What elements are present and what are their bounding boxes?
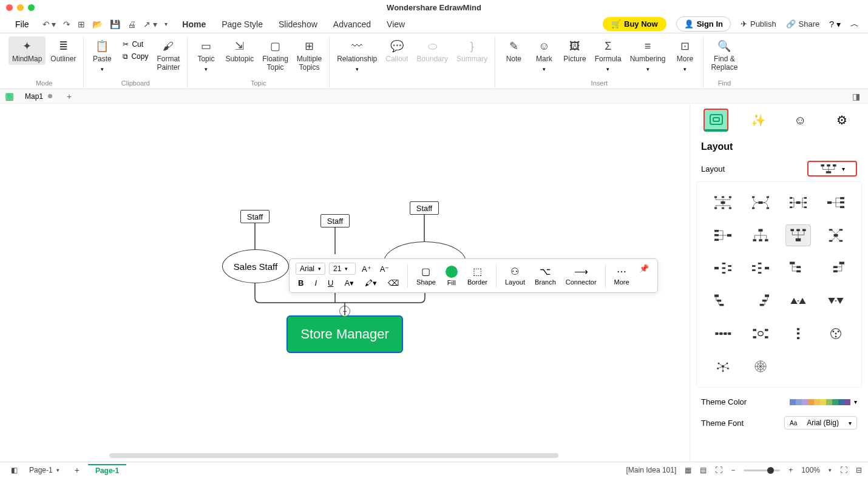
topic-button[interactable]: ▭ Topic ▾ [191,36,220,73]
font-size-select[interactable]: 21▾ [329,263,356,275]
layout-option-12[interactable] [823,257,849,279]
layout-option-19[interactable] [785,323,811,345]
collapse-ribbon-button[interactable]: ︿ [850,19,859,30]
panel-tab-layout[interactable] [704,109,728,132]
clear-format-button[interactable]: ⌫ [385,277,401,289]
maximize-window-button[interactable] [28,4,35,11]
layout-option-22[interactable] [748,355,773,377]
minimize-window-button[interactable] [17,4,24,11]
layout-option-15[interactable] [785,290,811,312]
callout-button[interactable]: 💬 Callout [382,36,412,65]
save-button[interactable]: 💾 [110,19,120,29]
node-staff-3[interactable]: Staff [410,201,439,215]
layout-option-16[interactable] [823,290,849,312]
view-mode-2[interactable]: ▤ [700,466,707,474]
open-button[interactable]: 📂 [92,19,103,29]
fit-button[interactable]: ⊟ [856,466,862,474]
format-painter-button[interactable]: 🖌 Format Painter [153,36,183,73]
panel-tab-settings[interactable]: ⚙ [830,109,855,132]
layout-option-10[interactable] [748,257,773,279]
view-mode-1[interactable]: ▦ [685,466,691,474]
mark-button[interactable]: ☺ Mark ▾ [529,36,558,73]
layout-option-17[interactable] [710,323,736,345]
buy-now-button[interactable]: 🛒 Buy Now [603,17,666,31]
print-button[interactable]: 🖨 [127,19,136,29]
bold-button[interactable]: B [296,277,306,289]
help-button[interactable]: ? ▾ [829,19,841,29]
layout-option-5[interactable] [710,224,736,246]
toggle-panel-button[interactable]: ◨ [849,92,863,101]
layout-option-18[interactable] [748,323,773,345]
layout-option-14[interactable] [748,290,773,312]
font-decrease-button[interactable]: A⁻ [378,263,392,275]
node-store-manager[interactable]: Store Manager [287,315,403,353]
layout-option-4[interactable] [823,192,849,214]
layout-option-6[interactable] [748,224,773,246]
tab-slideshow[interactable]: Slideshow [277,17,319,32]
panel-tab-icons[interactable]: ☺ [788,109,813,132]
ft-layout-button[interactable]: ⚇ Layout [503,264,527,287]
horizontal-scrollbar[interactable] [109,453,558,458]
boundary-button[interactable]: ⬭ Boundary [413,36,452,65]
zoom-out-button[interactable]: − [731,466,735,474]
add-tab-button[interactable]: + [63,92,75,101]
fill-button[interactable]: Fill [443,264,460,288]
shape-button[interactable]: ▢ Shape [414,264,438,287]
layout-option-13[interactable] [710,290,736,312]
undo-button[interactable]: ↶ ▾ [42,19,56,29]
tab-page-style[interactable]: Page Style [220,17,264,32]
italic-button[interactable]: I [312,277,319,289]
redo-button[interactable]: ↷ [63,19,70,29]
layout-option-11[interactable] [785,257,811,279]
close-window-button[interactable] [6,4,13,11]
summary-button[interactable]: } Summary [453,36,491,65]
font-color-button[interactable]: A▾ [342,277,356,289]
cut-button[interactable]: ✂ Cut [119,39,152,50]
layout-option-1[interactable] [710,192,736,214]
fullscreen-button[interactable]: ⛶ [840,466,847,474]
subtopic-button[interactable]: ⇲ Subtopic [222,36,257,65]
zoom-slider[interactable] [744,470,780,471]
branch-button[interactable]: ⌥ Branch [532,264,558,287]
add-page-button[interactable]: + [66,465,88,475]
highlight-button[interactable]: 🖍▾ [362,277,379,289]
numbering-button[interactable]: ≡ Numbering ▾ [626,36,670,73]
tab-home[interactable]: Home [181,17,207,32]
file-menu[interactable]: File [9,17,35,32]
qat-customize[interactable]: ▾ [164,21,168,27]
theme-font-select[interactable]: Aa Arial (Big) ▾ [784,416,857,429]
page-selector[interactable]: Page-1 ▾ [22,464,66,476]
mindmap-mode-button[interactable]: ✦ MindMap [8,36,46,65]
layout-option-2[interactable] [748,192,773,214]
more-insert-button[interactable]: ⊡ More ▾ [670,36,699,73]
page-tab-active[interactable]: Page-1 [88,464,126,476]
multiple-topics-button[interactable]: ⊞ Multiple Topics [293,36,325,73]
tab-view[interactable]: View [385,17,406,32]
canvas[interactable]: Staff Staff Staff Sales Staff Store Mana… [0,104,690,462]
relationship-button[interactable]: 〰 Relationship ▾ [333,36,381,73]
layout-option-7[interactable] [785,224,811,246]
border-button[interactable]: ⬚ Border [465,264,490,287]
export-button[interactable]: ↗ ▾ [143,19,157,29]
doc-tab-map1[interactable]: Map1 [20,91,57,102]
share-button[interactable]: 🔗 Share [786,19,820,29]
zoom-in-button[interactable]: + [788,466,793,474]
connector-button[interactable]: ⟶ Connector [563,264,599,287]
formula-button[interactable]: Σ Formula ▾ [591,36,625,73]
layout-option-20[interactable] [823,323,849,345]
layout-option-8[interactable] [823,224,849,246]
sidebar-toggle-icon[interactable]: ◧ [6,466,22,474]
floating-topic-button[interactable]: ▢ Floating Topic [259,36,292,73]
font-increase-button[interactable]: A⁺ [359,263,374,275]
sign-in-button[interactable]: 👤 Sign In [676,16,731,32]
layout-option-21[interactable] [710,355,736,377]
note-button[interactable]: ✎ Note [499,36,528,65]
ft-more-button[interactable]: ⋯ More [612,264,632,287]
panel-tab-style[interactable]: ✨ [745,109,770,132]
layout-option-3[interactable] [785,192,811,214]
node-sales-staff[interactable]: Sales Staff [222,249,289,283]
pin-button[interactable]: 📌 [637,263,651,274]
node-staff-2[interactable]: Staff [320,214,350,227]
layout-option-9[interactable] [710,257,736,279]
outliner-mode-button[interactable]: ≣ Outliner [47,36,80,65]
